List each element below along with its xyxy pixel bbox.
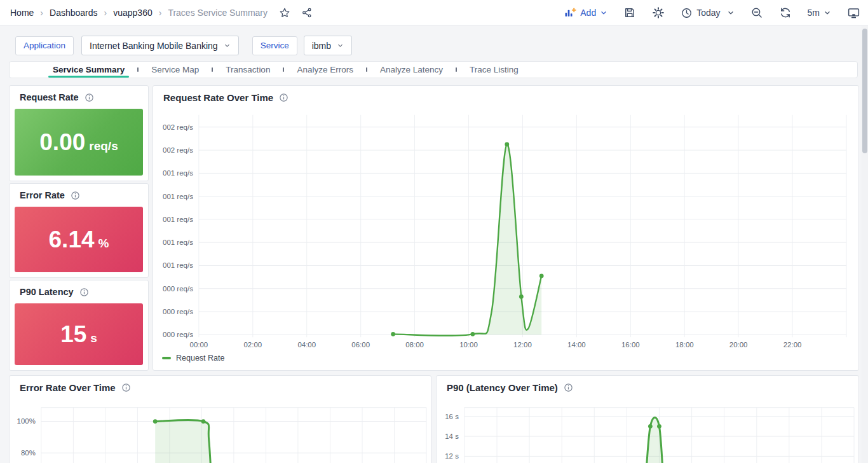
refresh-icon[interactable] <box>779 6 792 19</box>
chevron-down-icon <box>224 42 231 49</box>
zoom-out-time-icon[interactable] <box>750 6 763 19</box>
svg-text:12 s: 12 s <box>445 452 459 460</box>
error-rate-stat-panel: Error Rate 6.14 % <box>9 183 149 278</box>
p90-over-time-panel: P90 (Latency Over Time) 16 s14 s12 s <box>436 375 859 463</box>
request-rate-chart[interactable]: 00:0002:0004:0006:0008:0010:0012:0014:00… <box>153 86 858 370</box>
service-variable-label: Service <box>252 36 297 55</box>
tab-transaction[interactable]: Transaction <box>213 62 283 78</box>
stat-unit: s <box>90 324 97 345</box>
tab-analyze-latency[interactable]: Analyze Latency <box>367 62 456 78</box>
svg-text:000 req/s: 000 req/s <box>163 285 193 293</box>
stat-unit: % <box>98 229 109 251</box>
info-icon[interactable] <box>79 287 89 297</box>
breadcrumb-separator: › <box>104 8 107 18</box>
tab-service-map[interactable]: Service Map <box>139 62 212 78</box>
vertical-scrollbar[interactable] <box>862 26 868 463</box>
add-panel-button[interactable]: Add <box>564 6 607 19</box>
svg-text:08:00: 08:00 <box>405 341 424 349</box>
chevron-down-icon <box>727 9 735 17</box>
legend-series-color-dash <box>162 357 171 359</box>
dashboard-variables-row: Application Internet Banking Mobile Bank… <box>15 36 352 55</box>
stat-value: 0.00 <box>39 130 85 154</box>
svg-text:04:00: 04:00 <box>297 341 316 349</box>
tab-trace-listing[interactable]: Trace Listing <box>457 62 531 78</box>
p90-latency-stat-panel: P90 Latency 15 s <box>9 280 149 371</box>
panel-title-text: Request Rate <box>20 92 79 102</box>
breadcrumb-folder[interactable]: vuapp360 <box>113 8 153 18</box>
breadcrumb-separator: › <box>159 8 162 18</box>
share-icon[interactable] <box>301 7 313 18</box>
info-icon[interactable] <box>121 383 131 392</box>
svg-text:16:00: 16:00 <box>621 341 640 349</box>
svg-text:14 s: 14 s <box>445 432 459 440</box>
error-rate-value-box: 6.14 % <box>15 207 143 272</box>
error-rate-over-time-panel: Error Rate Over Time 100%80% <box>9 375 431 463</box>
legend-series-label: Request Rate <box>176 354 224 363</box>
kiosk-monitor-icon[interactable] <box>847 6 860 20</box>
time-range-picker[interactable]: Today <box>681 7 734 19</box>
svg-text:002 req/s: 002 req/s <box>163 123 193 131</box>
svg-text:06:00: 06:00 <box>351 341 370 349</box>
service-variable-value: ibmb <box>312 41 331 51</box>
favorite-star-icon[interactable] <box>279 7 290 18</box>
svg-text:16 s: 16 s <box>445 413 459 420</box>
clock-icon <box>681 7 693 19</box>
svg-text:00:00: 00:00 <box>190 341 208 349</box>
panel-title[interactable]: P90 Latency <box>20 287 89 297</box>
request-rate-stat-panel: Request Rate 0.00 req/s <box>9 85 149 181</box>
svg-text:18:00: 18:00 <box>675 341 694 349</box>
service-variable-dropdown[interactable]: ibmb <box>304 36 352 55</box>
panel-title[interactable]: Request Rate Over Time <box>163 92 288 103</box>
refresh-interval-label: 5m <box>808 8 820 18</box>
refresh-interval-dropdown[interactable]: 5m <box>808 8 831 18</box>
tab-service-summary[interactable]: Service Summary <box>40 62 137 78</box>
svg-text:02:00: 02:00 <box>243 341 262 349</box>
svg-text:12:00: 12:00 <box>513 341 532 349</box>
panel-title[interactable]: Request Rate <box>20 92 94 102</box>
svg-text:002 req/s: 002 req/s <box>163 146 193 154</box>
scrollbar-thumb[interactable] <box>862 29 867 153</box>
tab-analyze-errors[interactable]: Analyze Errors <box>284 62 366 78</box>
dashboard-tabs: Service Summary Service Map Transaction … <box>9 61 858 78</box>
svg-text:001 req/s: 001 req/s <box>163 169 193 177</box>
add-panel-icon <box>564 6 576 19</box>
panel-title-text: P90 Latency <box>20 287 74 297</box>
svg-text:001 req/s: 001 req/s <box>163 238 193 246</box>
dashboard-settings-gear-icon[interactable] <box>652 6 665 19</box>
save-dashboard-icon[interactable] <box>623 6 636 19</box>
breadcrumb-home[interactable]: Home <box>10 8 34 18</box>
svg-text:100%: 100% <box>17 418 36 425</box>
application-variable-dropdown[interactable]: Internet Banking Mobile Banking <box>81 36 239 55</box>
application-variable-label: Application <box>15 36 74 55</box>
stat-value: 6.14 <box>49 228 95 251</box>
info-icon[interactable] <box>279 93 288 102</box>
svg-text:000 req/s: 000 req/s <box>163 308 193 315</box>
chevron-down-icon <box>337 42 344 49</box>
top-navigation-bar: Home › Dashboards › vuapp360 › Traces Se… <box>0 0 868 25</box>
svg-text:14:00: 14:00 <box>567 341 586 349</box>
request-rate-value-box: 0.00 req/s <box>15 109 143 176</box>
stat-unit: req/s <box>89 132 118 153</box>
panel-title[interactable]: Error Rate Over Time <box>20 382 131 393</box>
p90-latency-value-box: 15 s <box>15 303 143 365</box>
svg-text:001 req/s: 001 req/s <box>163 193 193 200</box>
legend-item-request-rate[interactable]: Request Rate <box>162 354 224 363</box>
svg-text:001 req/s: 001 req/s <box>163 261 193 269</box>
info-icon[interactable] <box>564 383 573 392</box>
breadcrumb-dashboards[interactable]: Dashboards <box>50 8 98 18</box>
chevron-down-icon <box>824 9 831 17</box>
chevron-down-icon <box>600 9 607 17</box>
breadcrumb: Home › Dashboards › vuapp360 › Traces Se… <box>10 0 313 25</box>
panel-title[interactable]: P90 (Latency Over Time) <box>447 382 573 393</box>
panel-title-text: P90 (Latency Over Time) <box>447 382 558 393</box>
info-icon[interactable] <box>71 191 80 200</box>
application-variable-value: Internet Banking Mobile Banking <box>90 41 218 51</box>
panel-title[interactable]: Error Rate <box>20 190 80 200</box>
svg-text:000 req/s: 000 req/s <box>163 331 193 338</box>
svg-text:80%: 80% <box>21 449 36 457</box>
breadcrumb-separator: › <box>40 8 43 18</box>
svg-text:10:00: 10:00 <box>459 341 478 349</box>
svg-text:001 req/s: 001 req/s <box>163 216 193 223</box>
info-icon[interactable] <box>85 93 94 102</box>
panel-title-text: Request Rate Over Time <box>163 92 273 103</box>
